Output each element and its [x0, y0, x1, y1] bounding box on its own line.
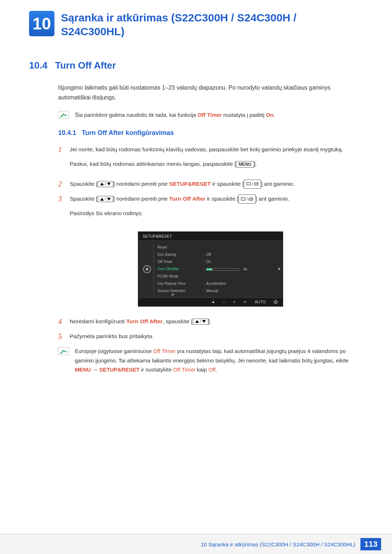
osd-row: Eco Saving : Off [158, 251, 279, 258]
step-body: Jei norite, kad būtų rodomas funkcinių k… [70, 145, 363, 174]
svg-rect-0 [247, 182, 250, 185]
chapter-header: 10 Sąranka ir atkūrimas (S22C300H / S24C… [29, 11, 363, 38]
note-block-2: Europoje įsigytuose gaminiuose Off Timer… [58, 346, 363, 374]
section-title: Turn Off After [55, 60, 116, 71]
menu-button-label: MENU [236, 161, 254, 167]
step-number: 2 [58, 179, 70, 189]
osd-minus-icon: − [223, 300, 225, 304]
step-5: 5 Pažymėta parinktis bus pritaikyta. [58, 332, 363, 341]
footer-text: 10 Sąranka ir atkūrimas (S22C300H / S24C… [201, 541, 355, 547]
subsection-number: 10.4.1 [58, 129, 76, 136]
step-number: 5 [58, 332, 70, 341]
page-footer: 10 Sąranka ir atkūrimas (S22C300H / S24C… [0, 534, 392, 554]
note-text-1: Šia parinktimi galima naudotis tik tada,… [75, 110, 275, 120]
section-heading: 10.4 Turn Off After [29, 60, 363, 71]
step-body: Norėdami konfigūruoti Turn Off After, sp… [70, 317, 363, 326]
step-1: 1 Jei norite, kad būtų rodomas funkcinių… [58, 145, 363, 174]
up-down-icon: / [98, 196, 113, 202]
osd-title: SETUP&RESET [138, 232, 283, 241]
section-intro: Išjungimo laikmatis gali būti nustatomas… [58, 83, 363, 102]
section-number: 10.4 [29, 60, 48, 71]
osd-row: Key Repeat Time : Acceleration [158, 280, 279, 287]
subsection-title: Turn Off After konfigūravimas [82, 129, 174, 136]
step-number: 4 [58, 317, 70, 327]
osd-footer: ◄ − + ↵ AUTO ⏻ [138, 297, 283, 306]
osd-panel: SETUP&RESET Reset Eco Saving : Off Off T [138, 231, 283, 307]
osd-slider: 4h [206, 268, 239, 271]
osd-row: Source Detection : Manual [158, 287, 279, 295]
enter-source-icon: / [238, 194, 256, 204]
enter-source-icon: / [244, 180, 261, 189]
osd-row: PC/AV Mode [158, 273, 279, 280]
note-icon [58, 111, 69, 119]
subsection-heading: 10.4.1 Turn Off After konfigūravimas [58, 129, 363, 137]
step-2: 2 Spauskite [/] norėdami pereiti prie SE… [58, 179, 363, 189]
step-body: Spauskite [/] norėdami pereiti prie Turn… [70, 194, 363, 223]
note-block-1: Šia parinktimi galima naudotis tik tada,… [58, 110, 363, 120]
step-3: 3 Spauskite [/] norėdami pereiti prie Tu… [58, 194, 363, 223]
osd-enter-icon: ↵ [244, 300, 247, 304]
step-body: Pažymėta parinktis bus pritaikyta. [70, 332, 363, 341]
osd-power-icon: ⏻ [274, 300, 278, 304]
osd-row-active: Turn Off After : 4h [158, 266, 279, 273]
note-text-2: Europoje įsigytuose gaminiuose Off Timer… [75, 346, 363, 374]
step-number: 3 [58, 194, 70, 204]
osd-back-icon: ◄ [211, 300, 215, 304]
osd-row: Off Timer : On [158, 258, 279, 266]
svg-rect-2 [241, 198, 245, 200]
osd-row: Reset [158, 244, 279, 251]
up-down-icon: / [193, 319, 208, 325]
step-number: 1 [58, 145, 70, 155]
osd-plus-icon: + [233, 300, 235, 304]
chapter-title: Sąranka ir atkūrimas (S22C300H / S24C300… [61, 11, 363, 38]
osd-gear-icon [140, 244, 154, 295]
note-icon [58, 347, 69, 355]
chapter-number-badge: 10 [29, 11, 54, 36]
up-down-icon: / [98, 181, 113, 187]
osd-down-indicator-icon [171, 294, 175, 296]
osd-right-arrow-icon [278, 267, 281, 271]
step-4: 4 Norėdami konfigūruoti Turn Off After, … [58, 317, 363, 327]
step-body: Spauskite [/] norėdami pereiti prie SETU… [70, 179, 363, 189]
osd-auto-label: AUTO [255, 300, 266, 304]
footer-page-number: 113 [360, 538, 381, 550]
